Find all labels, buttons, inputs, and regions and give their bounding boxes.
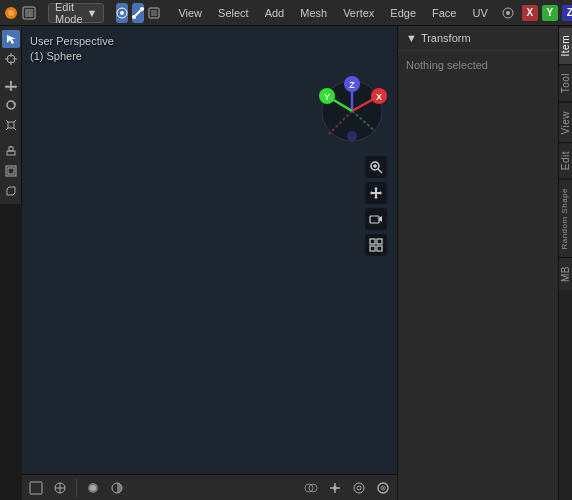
svg-rect-3 xyxy=(25,9,33,17)
svg-point-21 xyxy=(7,101,15,109)
global-view-toggle[interactable] xyxy=(50,478,70,498)
transform-title: Transform xyxy=(421,32,471,44)
transform-header: ▼ Transform xyxy=(398,26,558,51)
side-tabs: Item Tool View Edit Random Shape MB xyxy=(558,26,572,500)
svg-point-5 xyxy=(120,11,124,15)
transform-status: Nothing selected xyxy=(406,59,488,71)
bevel-tool[interactable] xyxy=(2,182,20,200)
rotate-tool[interactable] xyxy=(2,96,20,114)
svg-point-12 xyxy=(506,11,510,15)
bottom-sep-1 xyxy=(76,479,77,497)
svg-rect-51 xyxy=(377,239,382,244)
face-select-icon[interactable] xyxy=(148,3,160,23)
mesh-menu[interactable]: Mesh xyxy=(294,3,333,23)
top-toolbar: Edit Mode ▼ View Select Add Mesh Vertex … xyxy=(0,0,572,26)
tab-tool[interactable]: Tool xyxy=(559,64,572,101)
axis-z-button[interactable]: Z xyxy=(562,5,572,21)
zoom-icon-btn[interactable] xyxy=(365,156,387,178)
viewport-shading[interactable] xyxy=(107,478,127,498)
viewport-icon-buttons xyxy=(365,156,387,256)
svg-text:Z: Z xyxy=(349,80,355,90)
svg-rect-27 xyxy=(7,151,15,155)
render-mode[interactable] xyxy=(83,478,103,498)
svg-rect-31 xyxy=(8,168,14,174)
proportional-icon[interactable] xyxy=(498,3,518,23)
scale-tool[interactable] xyxy=(2,116,20,134)
svg-point-8 xyxy=(140,7,144,11)
right-panel: ▼ Transform Nothing selected xyxy=(397,26,558,500)
pan-icon-btn[interactable] xyxy=(365,182,387,204)
svg-point-7 xyxy=(132,15,136,19)
svg-rect-28 xyxy=(9,147,13,151)
mode-label: Edit Mode xyxy=(55,1,83,25)
svg-rect-10 xyxy=(151,10,157,16)
svg-line-46 xyxy=(378,169,382,173)
extrude-tool[interactable] xyxy=(2,142,20,160)
viewport-label: User Perspective (1) Sphere xyxy=(30,34,114,65)
uv-menu[interactable]: UV xyxy=(467,3,494,23)
select-menu[interactable]: Select xyxy=(212,3,255,23)
svg-rect-22 xyxy=(8,122,14,128)
svg-line-26 xyxy=(14,128,16,130)
grid-icon-btn[interactable] xyxy=(365,234,387,256)
svg-line-24 xyxy=(14,120,16,122)
navigation-gizmo[interactable]: Z X Y xyxy=(317,76,387,146)
vertex-select-icon[interactable] xyxy=(116,3,128,23)
perspective-label: User Perspective xyxy=(30,34,114,49)
svg-point-59 xyxy=(90,485,96,491)
tab-mb[interactable]: MB xyxy=(559,257,572,290)
inset-tool[interactable] xyxy=(2,162,20,180)
svg-rect-52 xyxy=(370,246,375,251)
svg-text:Y: Y xyxy=(324,92,330,102)
add-menu[interactable]: Add xyxy=(259,3,291,23)
tab-edit[interactable]: Edit xyxy=(559,142,572,178)
camera-icon-btn[interactable] xyxy=(365,208,387,230)
view-menu[interactable]: View xyxy=(172,3,208,23)
blender-menu-icon[interactable] xyxy=(4,3,18,23)
cursor-tool[interactable] xyxy=(2,50,20,68)
svg-line-23 xyxy=(6,120,8,122)
tab-random-shape[interactable]: Random Shape xyxy=(559,179,572,258)
svg-rect-49 xyxy=(370,216,379,223)
gizmo-icon[interactable] xyxy=(325,478,345,498)
axis-x-button[interactable]: X xyxy=(522,5,538,21)
select-tool[interactable] xyxy=(2,30,20,48)
viewport[interactable]: User Perspective (1) Sphere Z X Y xyxy=(22,26,397,500)
axis-y-button[interactable]: Y xyxy=(542,5,558,21)
svg-text:X: X xyxy=(376,92,382,102)
svg-rect-53 xyxy=(377,246,382,251)
left-toolbar xyxy=(0,26,22,204)
xray-toggle[interactable] xyxy=(349,478,369,498)
svg-rect-50 xyxy=(370,239,375,244)
dropdown-arrow: ▼ xyxy=(87,7,98,19)
bottom-toolbar xyxy=(22,474,397,500)
svg-line-25 xyxy=(6,128,8,130)
mode-dropdown[interactable]: Edit Mode ▼ xyxy=(48,3,104,23)
svg-point-65 xyxy=(333,486,337,490)
move-tool[interactable] xyxy=(2,76,20,94)
edge-menu[interactable]: Edge xyxy=(384,3,422,23)
tab-item[interactable]: Item xyxy=(559,26,572,64)
overlay-icon[interactable] xyxy=(301,478,321,498)
viewport-shading-wire[interactable] xyxy=(373,478,393,498)
face-menu[interactable]: Face xyxy=(426,3,462,23)
edge-select-icon[interactable] xyxy=(132,3,144,23)
svg-point-69 xyxy=(381,485,386,490)
object-label: (1) Sphere xyxy=(30,49,114,64)
tab-view[interactable]: View xyxy=(559,102,572,143)
svg-point-67 xyxy=(357,486,361,490)
svg-rect-54 xyxy=(30,482,42,494)
transform-content: Nothing selected xyxy=(398,51,558,79)
collapse-arrow[interactable]: ▼ xyxy=(406,32,417,44)
svg-point-44 xyxy=(347,131,357,141)
bottom-editor-type[interactable] xyxy=(26,478,46,498)
svg-point-66 xyxy=(354,483,364,493)
vertex-menu[interactable]: Vertex xyxy=(337,3,380,23)
svg-point-1 xyxy=(8,10,14,16)
editor-type-icon[interactable] xyxy=(22,3,36,23)
